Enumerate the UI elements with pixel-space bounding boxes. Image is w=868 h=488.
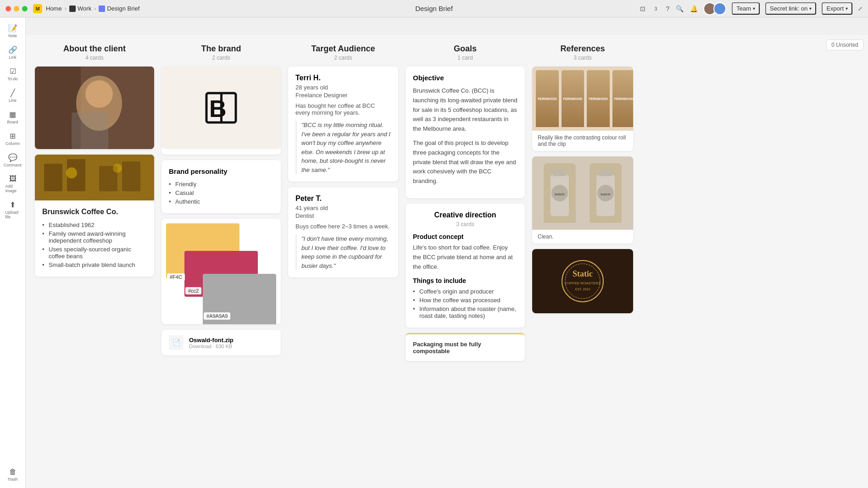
- breadcrumb-design-brief[interactable]: Design Brief: [99, 5, 139, 12]
- things-include-title: Things to include: [413, 277, 517, 284]
- brand-column: The brand 2 cards B Brand personality Fr…: [161, 44, 281, 361]
- trash-tool[interactable]: 🗑 Trash: [4, 465, 22, 484]
- close-button[interactable]: [6, 6, 11, 11]
- goals-count: 1 card: [406, 55, 525, 61]
- team-button[interactable]: Team ▾: [732, 2, 760, 15]
- persona-occupation-2: Dentist: [295, 212, 391, 219]
- cafe-interior-card: Brunswick Coffee Co. Established 1962 Fa…: [35, 155, 154, 277]
- trash-icon: 🗑: [9, 468, 17, 476]
- board-icon: ▦: [9, 110, 16, 119]
- font-name: Oswald-font.zip: [189, 337, 234, 344]
- svg-text:EST. 2010: EST. 2010: [575, 288, 590, 291]
- color-label-red: #cc2: [185, 287, 201, 294]
- link-tool[interactable]: 🔗 Link: [4, 43, 22, 62]
- font-card: 📄 Oswald-font.zip Download · 630 KB: [161, 330, 281, 355]
- brand-personality-card: Brand personality Friendly Casual Authen…: [161, 160, 281, 213]
- list-item: Friendly: [169, 180, 273, 189]
- monitor-icon[interactable]: ⊡: [640, 5, 645, 12]
- references-count: 3 cards: [532, 55, 633, 61]
- export-button[interactable]: Export ▾: [822, 2, 852, 15]
- svg-point-11: [66, 167, 77, 178]
- line-tool[interactable]: ╱ Line: [4, 86, 22, 105]
- secret-link-button[interactable]: Secret link: on ▾: [765, 2, 816, 15]
- color-swatches: #F4C #cc2 #A9A9A9: [161, 219, 281, 324]
- canvas: 0 Unsorted About the client 4 cards: [26, 35, 868, 488]
- batch-bottle-1: batch: [544, 163, 576, 223]
- svg-text:batch: batch: [555, 192, 564, 196]
- reference-card-3: Static COFFEE ROASTERS EST. 2010: [532, 249, 633, 313]
- packaging-note-text: Packaging must be fully compostable: [413, 341, 517, 355]
- barista-photo-card: [35, 67, 154, 149]
- board-tool[interactable]: ▦ Board: [4, 107, 22, 127]
- persona-occupation-1: Freelance Designer: [295, 92, 391, 99]
- column-tool[interactable]: ⊞ Column: [4, 129, 22, 149]
- svg-rect-21: [599, 169, 612, 176]
- svg-rect-7: [44, 164, 62, 191]
- minimize-button[interactable]: [14, 6, 19, 11]
- personality-list: Friendly Casual Authentic: [169, 180, 273, 206]
- page-title: Design Brief: [415, 5, 453, 12]
- goals-title: Goals: [406, 44, 525, 54]
- product-concept-title: Product concept: [413, 233, 517, 240]
- list-item: Coffee's origin and producer: [413, 287, 517, 296]
- objective-card: Objective Brunswick Coffee Co. (BCC) is …: [406, 67, 525, 198]
- objective-title: Objective: [413, 74, 517, 82]
- about-client-count: 4 cards: [35, 55, 154, 61]
- note-tool[interactable]: 📝 Note: [4, 21, 22, 41]
- persona-detail-1: Has bought her coffee at BCC every morni…: [295, 102, 391, 116]
- search-icon[interactable]: 🔍: [676, 5, 684, 12]
- svg-text:COFFEE ROASTERS: COFFEE ROASTERS: [565, 281, 601, 285]
- chevron-down-icon: ▾: [753, 6, 755, 11]
- font-file-icon: 📄: [169, 335, 184, 350]
- persona-name-1: Terri H.: [295, 74, 391, 82]
- add-image-tool[interactable]: 🖼 Add image: [4, 172, 22, 196]
- toolbar: 📝 Note 🔗 Link ☑ To-do ╱ Line ▦ Board ⊞ C…: [0, 17, 26, 488]
- unsorted-badge: 0 Unsorted: [826, 39, 863, 50]
- brand-count: 2 cards: [161, 55, 281, 61]
- cd-title: Creative direction: [413, 211, 517, 219]
- list-item: Family owned award-winning independent c…: [42, 229, 147, 245]
- list-item: Small-batch private blend launch: [42, 261, 147, 269]
- todo-icon: ☑: [10, 67, 16, 76]
- persona-age-2: 41 years old: [295, 205, 391, 211]
- breadcrumb-home[interactable]: Home: [46, 5, 62, 12]
- references-column: References 3 cards FERNWOOD FERNWOOD FER…: [532, 44, 633, 361]
- reference-card-2: batch batch Clean.: [532, 156, 633, 244]
- svg-point-12: [113, 164, 122, 173]
- upload-tool[interactable]: ⬆ Upload file: [4, 198, 22, 222]
- reference-card-1: FERNWOOD FERNWOOD FERNWOOD FERNWOOD Real…: [532, 67, 633, 151]
- brand-header: The brand 2 cards: [161, 44, 281, 61]
- client-details-list: Established 1962 Family owned award-winn…: [42, 221, 147, 269]
- list-item: Authentic: [169, 197, 273, 206]
- help-icon[interactable]: ?: [666, 5, 669, 12]
- ref-caption-1: Really like the contrasting colour roll …: [532, 131, 633, 151]
- list-item: Uses specially-sourced organic coffee be…: [42, 245, 147, 261]
- client-info-body: Brunswick Coffee Co. Established 1962 Fa…: [35, 200, 154, 277]
- titlebar-right: ⊡ 3 ? 🔍 🔔 Team ▾ Secret link: on ▾ Expor…: [640, 2, 862, 15]
- personality-title: Brand personality: [169, 167, 273, 175]
- font-meta: Download · 630 KB: [189, 344, 234, 349]
- creative-direction-card: Creative direction 3 cards Product conce…: [406, 204, 525, 327]
- chevron-down-icon: ▾: [846, 6, 848, 11]
- svg-text:Static: Static: [573, 269, 593, 278]
- todo-tool[interactable]: ☑ To-do: [4, 64, 22, 84]
- miro-logo: M: [33, 4, 42, 13]
- target-header: Target Audience 2 cards: [288, 44, 398, 61]
- persona-detail-2: Buys coffee here 2–3 times a week.: [295, 223, 391, 230]
- fullscreen-button[interactable]: [22, 6, 28, 11]
- bell-icon[interactable]: 🔔: [690, 5, 698, 12]
- breadcrumb-work[interactable]: Work: [69, 5, 91, 12]
- bcc-logo-container: B: [161, 67, 281, 149]
- comment-tool[interactable]: 💬 Comment: [4, 150, 22, 170]
- persona-terri-card: Terri H. 28 years old Freelance Designer…: [288, 67, 398, 182]
- persona-peter-card: Peter T. 41 years old Dentist Buys coffe…: [288, 187, 398, 277]
- list-item: Information about the roaster (name, roa…: [413, 305, 517, 320]
- objective-text-2: The goal of this project is to develop t…: [413, 139, 517, 186]
- ref-caption-2: Clean.: [532, 230, 633, 244]
- avatar-group: [703, 2, 726, 15]
- batch-image: batch batch: [532, 156, 633, 230]
- expand-icon[interactable]: ⤢: [858, 6, 862, 12]
- color-label-gray: #A9A9A9: [204, 312, 230, 320]
- cafe-interior-image: [35, 155, 154, 200]
- bcc-logo-svg: B: [203, 89, 239, 126]
